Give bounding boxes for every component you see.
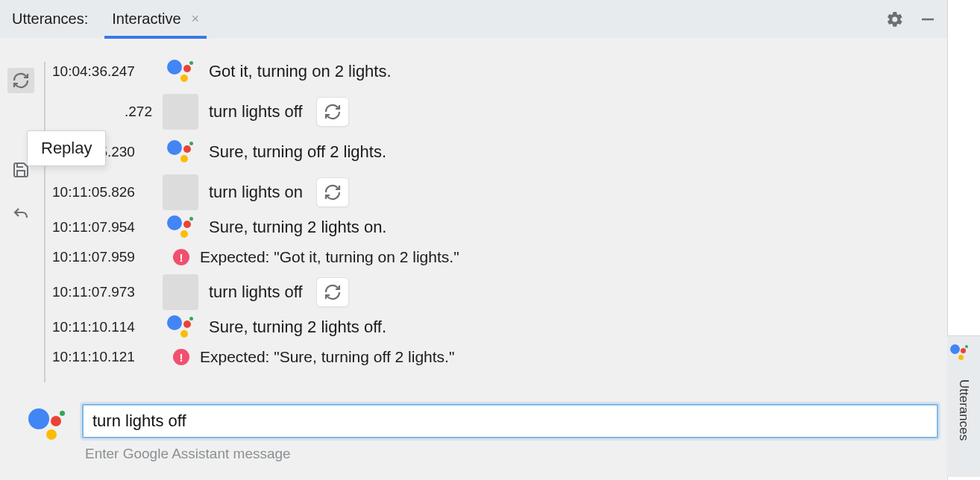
log-rows: 10:04:36.247 Got it, turning on 2 lights… — [46, 51, 940, 372]
message-text: turn lights off — [209, 102, 303, 121]
header-title-area: Utterances: Interactive × — [9, 0, 204, 38]
assistant-logo-icon — [167, 139, 194, 165]
log-row: 10:11:07.973 turn lights off — [46, 272, 940, 312]
assistant-avatar — [163, 309, 198, 345]
message-text: Expected: "Sure, turning off 2 lights." — [200, 348, 454, 366]
close-tab-icon[interactable]: × — [192, 11, 200, 27]
message-text: Sure, turning 2 lights on. — [209, 218, 386, 237]
message-text: turn lights on — [209, 183, 303, 202]
assistant-avatar — [163, 54, 198, 89]
log-row: 10:11:10.114 Sure, turning 2 lights off. — [46, 312, 940, 342]
app-root: Utterances: Interactive × — [0, 0, 980, 480]
replay-utterance-button[interactable] — [316, 97, 349, 127]
assistant-logo-icon — [167, 214, 194, 241]
replay-all-button[interactable] — [7, 68, 34, 93]
assistant-logo-icon — [167, 314, 194, 341]
log-row: .272 turn lights off — [46, 92, 940, 132]
timeline-line — [44, 62, 45, 382]
error-icon: ! — [173, 249, 189, 265]
right-rail: Utterances — [947, 0, 980, 480]
timestamp: 10:11:07.959 — [52, 249, 152, 265]
input-assistant-avatar — [28, 404, 69, 407]
log-row: 10:04:36.247 Got it, turning on 2 lights… — [46, 51, 940, 92]
user-avatar — [163, 274, 198, 310]
error-icon: ! — [173, 349, 189, 365]
assistant-logo-icon — [167, 58, 194, 85]
log-row: 10:11:10.121 ! Expected: "Sure, turning … — [46, 342, 940, 372]
gear-icon[interactable] — [886, 10, 904, 28]
panel-title: Utterances: — [9, 9, 91, 29]
user-avatar — [163, 174, 198, 210]
header-actions — [886, 0, 937, 38]
message-input-box[interactable] — [82, 404, 938, 438]
message-text: Sure, turning off 2 lights. — [209, 142, 386, 162]
assistant-avatar — [163, 209, 198, 245]
input-wrap: Enter Google Assistant message — [82, 404, 938, 462]
log-row: 10:11:05.826 turn lights on — [46, 172, 940, 212]
replay-utterance-button[interactable] — [316, 277, 349, 307]
timestamp: 10:11:05.826 — [52, 184, 152, 200]
scrollbar[interactable] — [967, 3, 977, 331]
replay-utterance-button[interactable] — [316, 177, 349, 207]
assistant-logo-icon — [950, 344, 977, 370]
timestamp: 10:04:36.247 — [52, 63, 152, 80]
assistant-avatar — [163, 134, 198, 170]
timestamp: 10:11:10.121 — [52, 349, 152, 365]
timestamp: 10:11:07.973 — [52, 284, 152, 300]
timestamp: 10:11:07.954 — [52, 219, 152, 236]
header-bar: Utterances: Interactive × — [0, 0, 947, 38]
tooltip-label: Replay — [41, 139, 92, 157]
message-input[interactable] — [91, 411, 929, 432]
log-row: 10:11:07.959 ! Expected: "Got it, turnin… — [46, 242, 940, 272]
message-text: Expected: "Got it, turning on 2 lights." — [200, 248, 459, 266]
message-text: Sure, turning 2 lights off. — [209, 318, 386, 337]
undo-button[interactable] — [7, 202, 34, 227]
rail-tab-label: Utterances — [956, 379, 971, 440]
panel-body: Replay 10:04:36.247 Got it, turning on 2… — [0, 38, 947, 480]
user-avatar — [163, 94, 198, 130]
rail-tab-utterances[interactable]: Utterances — [947, 335, 980, 477]
log-row: 10:06:55.230 Sure, turning off 2 lights. — [46, 132, 940, 172]
tab-label: Interactive — [112, 10, 180, 28]
minimize-icon[interactable] — [919, 10, 937, 28]
log-row: 10:11:07.954 Sure, turning 2 lights on. — [46, 212, 940, 242]
timestamp: 10:11:10.114 — [52, 319, 152, 335]
tab-interactive[interactable]: Interactive × — [107, 0, 204, 38]
message-text: turn lights off — [209, 282, 303, 302]
input-area: Enter Google Assistant message — [28, 404, 938, 462]
main-panel: Utterances: Interactive × — [0, 0, 947, 480]
input-hint: Enter Google Assistant message — [82, 446, 938, 462]
replay-tooltip: Replay — [27, 130, 106, 166]
message-text: Got it, turning on 2 lights. — [209, 62, 392, 81]
timestamp: .272 — [52, 104, 152, 120]
